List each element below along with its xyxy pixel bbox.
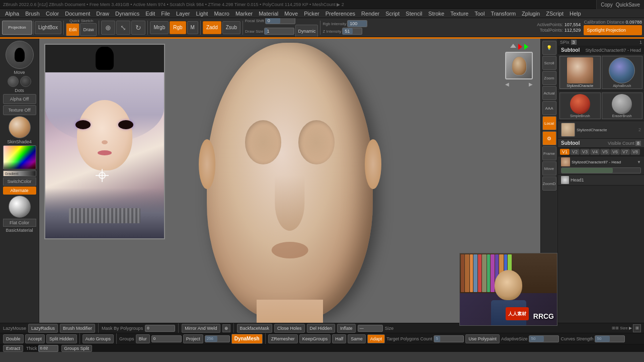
quicksave-label[interactable]: QuickSave <box>616 2 640 8</box>
inflate-slider[interactable]: — <box>358 325 383 332</box>
groups-split-btn[interactable]: Groups Split <box>61 345 93 352</box>
menu-material[interactable]: Material <box>256 10 281 17</box>
poly-slider[interactable] <box>561 167 641 173</box>
zadd-btn[interactable]: Zadd <box>203 21 221 34</box>
movecam-btn[interactable]: Move <box>542 161 556 175</box>
inflate-btn[interactable]: Inflate <box>337 324 356 333</box>
menu-draw[interactable]: Draw <box>93 10 112 17</box>
thick-slider[interactable]: 0.02 <box>38 345 58 352</box>
menu-zscript[interactable]: ZScript <box>543 10 567 17</box>
menu-texture[interactable]: Texture <box>447 10 471 17</box>
mrgb-btn[interactable]: Mrgb <box>150 21 169 34</box>
menu-picker[interactable]: Picker <box>301 10 323 17</box>
mirror-weld-btn[interactable]: Mirror And Weld <box>182 324 220 333</box>
rgb-btn[interactable]: Rgb <box>170 21 186 34</box>
menu-dynamics[interactable]: Dynamics <box>112 10 142 17</box>
alpha-off-btn[interactable]: Alpha Off <box>3 94 36 104</box>
brush-item-5[interactable]: StylizedCharacte 2 <box>558 121 644 139</box>
view-arrow-right[interactable]: ▶ <box>529 81 533 87</box>
move-icon-btn[interactable]: ⊕ <box>101 21 115 35</box>
scroll-btn[interactable]: Scroll <box>542 56 556 70</box>
z-intensity-slider[interactable]: 51 <box>342 28 362 35</box>
skin-sphere[interactable] <box>9 116 31 138</box>
frame-btn[interactable]: Frame <box>542 146 556 160</box>
zoomd-btn[interactable]: ZoomD <box>542 176 556 191</box>
menu-macro[interactable]: Macro <box>211 10 232 17</box>
color-picker[interactable] <box>3 145 36 169</box>
tab-v8[interactable]: V8 <box>630 149 640 155</box>
menu-layer[interactable]: Layer <box>173 10 193 17</box>
reference-image-panel[interactable] <box>44 44 165 239</box>
brush-item-3[interactable]: SimpleBrush <box>559 93 601 119</box>
aaa-btn[interactable]: AAA <box>542 101 556 115</box>
menu-preferences[interactable]: Preferences <box>323 10 358 17</box>
menu-stroke[interactable]: Stroke <box>425 10 447 17</box>
auto-groups-btn[interactable]: Auto Groups <box>83 334 114 343</box>
draw-size-slider[interactable]: 1 <box>264 28 294 35</box>
dynamic-btn[interactable]: Dynamic <box>295 25 318 37</box>
alternate-btn[interactable]: Alternate <box>3 187 36 195</box>
draw-btn[interactable]: Draw <box>80 23 97 36</box>
head1-item[interactable]: Head1 <box>558 175 644 186</box>
tab-v7[interactable]: V7 <box>620 149 630 155</box>
dynmesh-btn[interactable]: DynaMesh <box>231 334 263 344</box>
gradient-bar[interactable]: Gradient <box>3 170 36 176</box>
tab-v3[interactable]: V3 <box>580 149 590 155</box>
menu-file[interactable]: File <box>158 10 173 17</box>
menu-alpha[interactable]: Alpha <box>2 10 22 17</box>
brush-item-4[interactable]: EraserBrush <box>602 93 643 119</box>
tab-v2[interactable]: V2 <box>570 149 580 155</box>
menu-light[interactable]: Light <box>193 10 211 17</box>
menu-tool[interactable]: Tool <box>471 10 488 17</box>
menu-document[interactable]: Document <box>62 10 93 17</box>
keep-groups-btn[interactable]: KeepGroups <box>299 334 331 343</box>
curves-slider[interactable]: 50 <box>595 335 625 342</box>
tab-v6[interactable]: V6 <box>610 149 620 155</box>
tab-v5[interactable]: V5 <box>600 149 610 155</box>
menu-zplugin[interactable]: Zplugin <box>519 10 543 17</box>
brush-item-2[interactable]: AlphaBrush <box>602 56 643 89</box>
brush-item-1[interactable]: StylizedCharacte <box>559 56 601 89</box>
view-cube[interactable]: ◀ ▶ <box>503 44 535 89</box>
brush-dot1[interactable] <box>8 76 19 87</box>
menu-help[interactable]: Help <box>567 10 584 17</box>
copy-label[interactable]: Copy <box>601 2 612 8</box>
menu-script[interactable]: Script <box>382 10 403 17</box>
resolution-slider[interactable]: 256 <box>205 335 230 342</box>
main-brush-sphere[interactable] <box>6 41 34 69</box>
use-polypaint-btn[interactable]: Use Polypaint <box>465 334 500 343</box>
texture-off-btn[interactable]: Texture Off <box>3 105 36 115</box>
menu-marker[interactable]: Marker <box>232 10 256 17</box>
project-btn[interactable]: Project <box>183 334 203 343</box>
material-sphere[interactable] <box>9 196 31 218</box>
blur-btn[interactable]: Blur <box>136 334 150 343</box>
edit-btn[interactable]: Edit <box>66 23 80 36</box>
zremesher-btn[interactable]: ZRemesher <box>268 334 298 343</box>
focal-shift-slider[interactable]: 0 <box>265 18 295 24</box>
rotate-icon-btn[interactable]: ↻ <box>131 21 145 35</box>
menu-brush[interactable]: Brush <box>22 10 43 17</box>
blur-slider[interactable]: 0 <box>151 335 182 342</box>
mask-value-slider[interactable]: 0 <box>145 325 175 332</box>
m-btn[interactable]: M <box>187 21 198 34</box>
menu-transform[interactable]: Transform <box>488 10 519 17</box>
zoom-btn[interactable]: Zoom <box>542 71 556 85</box>
lightbulb-btn[interactable]: 💡 <box>542 41 556 55</box>
view-arrow-left[interactable]: ◀ <box>505 81 509 87</box>
backface-mask-btn[interactable]: BackfaceMask <box>237 324 273 333</box>
subtool-section-header[interactable]: Subtool Visible Count 8 <box>558 139 644 148</box>
extract-btn[interactable]: Extract <box>3 345 23 352</box>
split-hidden-btn[interactable]: Split Hidden <box>46 334 77 343</box>
menu-color[interactable]: Color <box>43 10 62 17</box>
expand-btn[interactable]: ⊞ <box>633 324 641 332</box>
menu-edit[interactable]: Edit <box>142 10 158 17</box>
actual-btn[interactable]: Actual <box>542 86 556 100</box>
same-btn[interactable]: Same <box>348 334 366 343</box>
projection-btn[interactable]: Projection <box>2 21 32 35</box>
lazy-radius-btn[interactable]: LazyRadius <box>28 324 58 333</box>
brush-dot2[interactable] <box>20 76 31 87</box>
adapt-btn[interactable]: Adapt <box>367 334 385 343</box>
zsub-btn[interactable]: Zsub <box>222 21 240 34</box>
switch-color-btn[interactable]: SwitchColor <box>3 177 36 186</box>
del-hidden-btn[interactable]: Del Hidden <box>307 324 336 333</box>
